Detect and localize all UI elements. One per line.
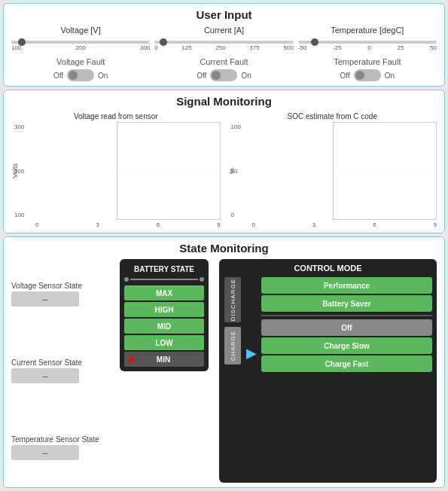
battery-level-high: HIGH — [124, 302, 204, 317]
signal-monitoring-title: Signal Monitoring — [11, 95, 437, 108]
voltage-fault-toggle-row: Off On — [53, 69, 108, 81]
user-input-panel: User Input Voltage [V] 100 200 300 Curre… — [3, 3, 445, 87]
battery-indicator-row — [124, 276, 204, 282]
voltage-ticks: 100 200 300 — [11, 44, 150, 51]
soc-y-axis: 100 50 0 — [231, 122, 252, 220]
state-monitoring-body: Voltage Sensor State -- Current Sensor S… — [11, 259, 437, 483]
voltage-label: Voltage [V] — [61, 26, 101, 35]
current-fault-switch[interactable] — [210, 69, 237, 81]
sliders-row: Voltage [V] 100 200 300 Current [A] 0 12… — [11, 26, 437, 51]
battery-level-low: LOW — [124, 335, 204, 350]
temperature-fault-off: Off — [340, 72, 350, 80]
voltage-fault-switch[interactable] — [67, 69, 94, 81]
voltage-chart-area — [117, 122, 221, 220]
discharge-block: DISCHARGE — [224, 277, 241, 322]
soc-chart-area — [333, 122, 437, 220]
battery-level-mid: MID — [124, 319, 204, 334]
temperature-sensor-state-item: Temperature Sensor State -- — [11, 435, 109, 460]
control-mode-title: CONTROL MODE — [224, 264, 432, 273]
mode-performance-btn[interactable]: Performance — [261, 277, 432, 294]
voltage-sensor-state-item: Voltage Sensor State -- — [11, 282, 109, 306]
temperature-fault-toggle-row: Off On — [340, 69, 395, 81]
faults-row: Voltage Fault Off On Current Fault Off O… — [11, 57, 437, 81]
current-fault-off: Off — [197, 72, 206, 80]
mode-battery-saver-btn[interactable]: Battery Saver — [261, 295, 432, 312]
voltage-y-axis: 300 200 100 — [14, 122, 35, 220]
control-mode-container: CONTROL MODE DISCHARGE CHARGE — [219, 259, 437, 483]
current-slider[interactable] — [154, 41, 293, 44]
temperature-label: Temperature [degC] — [331, 26, 404, 35]
state-monitoring-title: State Monitoring — [11, 242, 437, 255]
soc-x-axis: 0 3 6 9 — [228, 221, 437, 228]
temperature-slider-group: Temperature [degC] -50 -25 0 25 50 — [298, 26, 437, 51]
current-sensor-state-item: Current Sensor State -- — [11, 358, 109, 383]
arrow-blue-icon: ▶ — [246, 346, 257, 360]
charge-block: CHARGE — [224, 327, 241, 364]
mode-charge-fast-btn[interactable]: Charge Fast — [261, 355, 432, 372]
current-sensor-label: Current Sensor State — [11, 358, 109, 367]
control-modes-col: Performance Battery Saver Off Charge Slo… — [261, 277, 432, 372]
temperature-fault-on: On — [385, 72, 395, 80]
discharge-label: DISCHARGE — [229, 277, 237, 323]
battery-dot-left — [124, 277, 129, 282]
voltage-chart-container: Voltage read from sensor Volts 300 200 1… — [11, 112, 221, 228]
temperature-ticks: -50 -25 0 25 50 — [298, 44, 437, 51]
voltage-fault-group: Voltage Fault Off On — [11, 57, 150, 81]
charge-label: CHARGE — [229, 329, 237, 362]
voltage-fault-on: On — [98, 72, 108, 80]
current-fault-toggle-row: Off On — [197, 69, 251, 81]
current-label: Current [A] — [204, 26, 244, 35]
current-fault-on: On — [241, 72, 251, 80]
control-mode-box: CONTROL MODE DISCHARGE CHARGE — [219, 259, 437, 483]
battery-title: BATTERY STATE — [124, 265, 204, 273]
voltage-slider-group: Voltage [V] 100 200 300 — [11, 26, 150, 51]
mode-charge-slow-btn[interactable]: Charge Slow — [261, 337, 432, 354]
voltage-sensor-value: -- — [11, 291, 79, 306]
temperature-fault-switch[interactable] — [354, 69, 381, 81]
cm-separator — [261, 315, 432, 316]
temperature-fault-label: Temperature Fault — [334, 57, 401, 66]
temperature-sensor-value: -- — [11, 445, 79, 460]
battery-dot-right — [200, 277, 204, 282]
battery-level-max: MAX — [124, 285, 204, 300]
temperature-slider[interactable] — [298, 41, 437, 44]
current-slider-group: Current [A] 0 125 250 375 500 — [154, 26, 293, 51]
signal-monitoring-panel: Signal Monitoring Voltage read from sens… — [3, 90, 445, 233]
current-fault-label: Current Fault — [200, 57, 248, 66]
voltage-fault-label: Voltage Fault — [56, 57, 105, 66]
soc-chart-container: SOC estimate from C code % 100 50 0 — [228, 112, 437, 228]
voltage-x-axis: 0 3 6 9 — [11, 221, 221, 228]
battery-levels: MAX HIGH MID LOW ➤ MIN — [124, 285, 204, 367]
voltage-sensor-label: Voltage Sensor State — [11, 282, 109, 290]
soc-chart-subtitle: SOC estimate from C code — [228, 112, 437, 120]
temperature-fault-group: Temperature Fault Off On — [298, 57, 437, 81]
battery-box: BATTERY STATE MAX HIGH MID — [120, 259, 209, 371]
current-sensor-value: -- — [11, 368, 79, 383]
user-input-title: User Input — [11, 8, 437, 21]
control-mode-body: DISCHARGE CHARGE ▶ — [224, 277, 432, 372]
voltage-slider[interactable] — [11, 41, 150, 44]
voltage-fault-off: Off — [53, 72, 63, 80]
charts-row: Voltage read from sensor Volts 300 200 1… — [11, 112, 437, 228]
arrow-red-icon: ➤ — [127, 353, 136, 365]
mode-off-btn[interactable]: Off — [261, 319, 432, 336]
battery-state-container: BATTERY STATE MAX HIGH MID — [115, 259, 213, 483]
state-monitoring-panel: State Monitoring Voltage Sensor State --… — [3, 236, 445, 488]
temperature-sensor-label: Temperature Sensor State — [11, 435, 109, 444]
current-ticks: 0 125 250 375 500 — [154, 44, 293, 51]
battery-line — [130, 279, 198, 280]
voltage-chart-subtitle: Voltage read from sensor — [11, 112, 221, 120]
sensor-states: Voltage Sensor State -- Current Sensor S… — [11, 259, 109, 483]
current-fault-group: Current Fault Off On — [154, 57, 293, 81]
battery-level-min: ➤ MIN — [124, 352, 204, 367]
